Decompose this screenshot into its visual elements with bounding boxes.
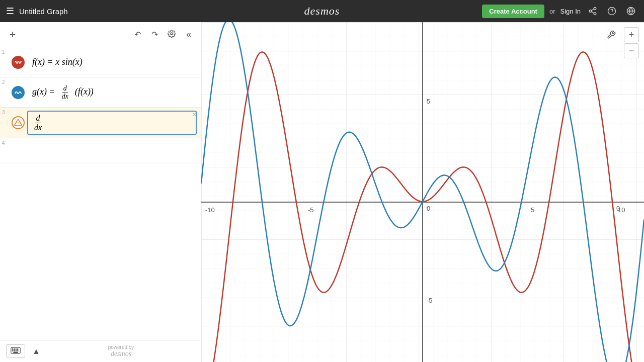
header-right: Create Account or Sign In [482, 4, 638, 18]
sign-in-button[interactable]: Sign In [560, 8, 581, 15]
svg-text:5: 5 [427, 98, 430, 105]
svg-text:-5: -5 [427, 297, 433, 304]
svg-point-0 [594, 8, 596, 10]
svg-rect-22 [14, 352, 18, 353]
svg-text:-5: -5 [308, 206, 314, 214]
redo-icon: ↷ [151, 30, 158, 39]
svg-text:-10: -10 [205, 206, 215, 214]
expression-row-2: 2 g(x) = d dx (f(x) [0, 77, 201, 108]
expr-formula-2: g(x) = d dx (f(x)) [32, 84, 94, 101]
collapse-panel-button[interactable]: « [182, 28, 196, 42]
main-layout: + ↶ ↷ « [0, 22, 644, 362]
svg-point-9 [171, 33, 173, 35]
desmos-logo: desmos [304, 5, 340, 18]
expr-number-3: 3 [0, 108, 9, 138]
svg-text:0: 0 [616, 205, 620, 212]
expression-row-4: 4 [0, 138, 201, 163]
svg-point-19 [14, 350, 15, 351]
help-button[interactable] [605, 4, 619, 18]
expr-delete-3[interactable]: × [192, 111, 197, 119]
svg-point-15 [14, 349, 15, 350]
zoom-controls: + − [624, 27, 639, 58]
expr-content-1[interactable]: f(x) = x sin(x) [27, 47, 201, 77]
expr-formula-3: d dx [32, 114, 44, 132]
zoom-out-button[interactable]: − [624, 43, 639, 58]
header: ☰ Untitled Graph desmos Create Account o… [0, 0, 644, 22]
powered-by: powered by desmos [47, 344, 195, 358]
expr-number-4: 4 [0, 138, 9, 163]
add-icon: + [10, 28, 16, 41]
or-text: or [549, 8, 555, 15]
expr-icon-4 [9, 138, 27, 163]
bottom-bar: ▲ powered by desmos [0, 340, 201, 362]
menu-button[interactable]: ☰ [6, 6, 14, 17]
gear-icon [168, 30, 176, 40]
expression-row-3: 3 d dx [0, 108, 201, 138]
undo-icon: ↶ [134, 30, 141, 39]
expand-button[interactable]: ▲ [29, 344, 43, 358]
settings-button[interactable] [165, 28, 179, 42]
graph-canvas: -10 -5 10 5 5 -5 0 0 [201, 22, 644, 362]
expression-toolbar: + ↶ ↷ « [0, 22, 201, 47]
expr-color-2[interactable] [9, 77, 27, 107]
graph-title: Untitled Graph [19, 7, 477, 16]
expr-content-2[interactable]: g(x) = d dx (f(x)) [27, 77, 201, 107]
svg-line-4 [591, 9, 594, 11]
graph-settings-button[interactable] [604, 27, 619, 42]
share-button[interactable] [586, 4, 600, 18]
svg-point-17 [17, 349, 18, 350]
expr-color-1[interactable] [9, 47, 27, 77]
redo-button[interactable]: ↷ [147, 28, 162, 42]
left-panel: + ↶ ↷ « [0, 22, 201, 362]
svg-point-20 [16, 350, 17, 351]
expr-color-swatch-1[interactable] [12, 56, 25, 69]
collapse-icon: « [186, 29, 191, 40]
svg-point-16 [16, 349, 17, 350]
svg-point-1 [589, 10, 592, 13]
expr-content-4[interactable] [27, 138, 201, 163]
svg-point-2 [594, 13, 596, 15]
expr-number-1: 1 [0, 47, 9, 77]
expression-list: 1 f(x) = x sin(x) × [0, 47, 201, 340]
zoom-in-button[interactable]: + [624, 27, 639, 42]
menu-icon: ☰ [6, 6, 14, 17]
powered-by-logo: desmos [47, 350, 195, 358]
undo-button[interactable]: ↶ [130, 28, 144, 42]
svg-point-18 [12, 350, 13, 351]
expand-icon: ▲ [32, 347, 40, 356]
svg-point-14 [12, 349, 13, 350]
svg-text:0: 0 [427, 205, 430, 212]
keyboard-icon [11, 347, 21, 355]
expr-color-3[interactable] [9, 108, 27, 138]
expr-content-3[interactable]: d dx [27, 111, 197, 135]
create-account-button[interactable]: Create Account [482, 5, 544, 18]
svg-text:5: 5 [531, 206, 534, 214]
graph-panel[interactable]: -10 -5 10 5 5 -5 0 0 + − [201, 22, 644, 362]
svg-point-21 [17, 350, 18, 351]
svg-line-3 [591, 12, 594, 13]
keyboard-button[interactable] [6, 344, 25, 358]
expr-formula-1: f(x) = x sin(x) [32, 57, 83, 67]
expr-warning-icon-3 [12, 116, 25, 129]
expr-number-2: 2 [0, 77, 9, 107]
language-button[interactable] [624, 4, 638, 18]
powered-by-text: powered by [47, 344, 195, 350]
expression-row-1: 1 f(x) = x sin(x) × [0, 47, 201, 77]
expr-color-swatch-2[interactable] [12, 86, 25, 99]
add-expression-button[interactable]: + [5, 27, 20, 42]
